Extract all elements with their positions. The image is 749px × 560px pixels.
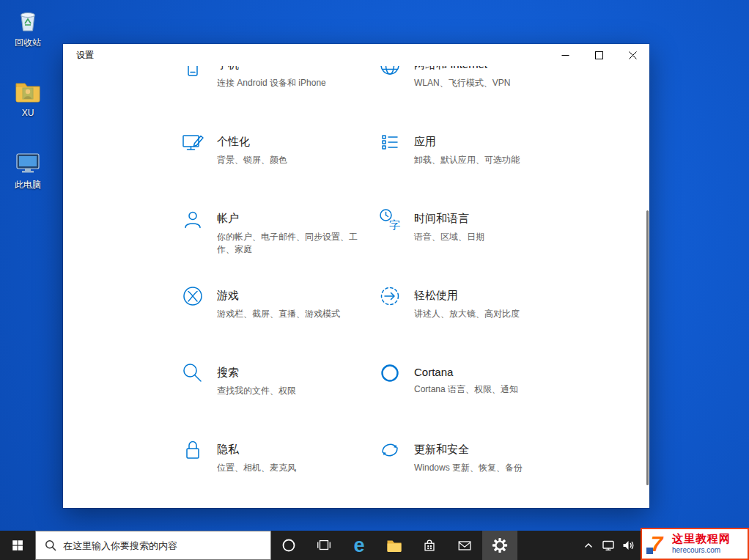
window-titlebar[interactable]: 设置 [63,44,649,66]
settings-category-personalization[interactable]: 个性化 背景、锁屏、颜色 [180,129,377,206]
window-controls [548,44,649,66]
store-button[interactable] [412,531,447,560]
watermark-text: 这里教程网 herecours.com [672,532,731,555]
settings-category-time-language[interactable]: 字 时间和语言 语音、区域、日期 [377,206,575,283]
category-subtitle: 位置、相机、麦克风 [217,462,361,474]
task-view-button[interactable] [306,531,342,560]
category-title: 时间和语言 [414,212,558,226]
search-icon [180,361,207,386]
category-title: 搜索 [217,366,361,380]
this-pc-icon [13,148,43,177]
mail-icon [457,537,473,553]
minimize-icon [561,51,569,59]
cortana-icon [281,538,296,553]
category-subtitle: Cortana 语言、权限、通知 [414,383,558,396]
category-subtitle: 查找我的文件、权限 [217,385,361,397]
category-title: 轻松使用 [414,289,558,303]
category-title: 手机 [217,66,361,72]
settings-window: 设置 [63,44,649,508]
close-icon [629,51,637,59]
settings-category-phone[interactable]: 手机 连接 Android 设备和 iPhone [180,66,377,129]
desktop-icon-label: 此电脑 [15,179,41,191]
update-security-icon [377,438,404,463]
task-view-icon [316,537,332,553]
window-title: 设置 [76,49,94,62]
minimize-button[interactable] [548,44,582,66]
settings-category-gaming[interactable]: 游戏 游戏栏、截屏、直播、游戏模式 [180,283,377,360]
category-subtitle: 背景、锁屏、颜色 [217,154,361,166]
mail-button[interactable] [447,531,482,560]
category-title: 网络和 Internet [414,66,558,72]
personalization-icon [180,130,207,155]
start-button[interactable] [0,531,35,560]
category-title: 游戏 [217,289,361,303]
edge-icon: e [353,536,364,556]
scrollbar-thumb[interactable] [646,210,649,485]
watermark-title: 这里教程网 [672,532,731,546]
category-subtitle: Windows 更新、恢复、备份 [414,462,558,474]
category-title: Cortana [414,366,558,378]
desktop-icon-label: 回收站 [15,37,41,49]
desktop: 回收站 XU 此电脑 设置 [0,0,749,560]
tray-chevron-button[interactable] [578,531,598,560]
gaming-xbox-icon [180,284,207,309]
category-title: 更新和安全 [414,443,558,457]
chevron-up-icon [583,540,594,550]
settings-category-update-security[interactable]: 更新和安全 Windows 更新、恢复、备份 [377,437,575,508]
settings-category-apps[interactable]: 应用 卸载、默认应用、可选功能 [377,129,575,206]
watermark: 7 这里教程网 herecours.com [641,528,749,560]
privacy-lock-icon [180,438,207,463]
tray-volume-button[interactable] [618,531,638,560]
file-explorer-button[interactable] [377,531,412,560]
gear-icon [492,537,508,553]
settings-category-search[interactable]: 搜索 查找我的文件、权限 [180,360,377,437]
svg-text:字: 字 [389,218,400,231]
desktop-icon-this-pc[interactable]: 此电脑 [6,148,50,191]
category-title: 帐户 [217,212,361,226]
category-subtitle: 你的帐户、电子邮件、同步设置、工作、家庭 [217,231,361,256]
speaker-icon [621,539,635,551]
settings-content: 手机 连接 Android 设备和 iPhone 网络和 Internet WL… [63,66,649,508]
desktop-icon-xu[interactable]: XU [6,77,50,118]
edge-button[interactable]: e [342,531,377,560]
store-icon [421,537,438,553]
windows-logo-icon [11,539,24,552]
user-folder-icon [13,77,43,106]
category-subtitle: WLAN、飞行模式、VPN [414,77,558,89]
accounts-icon [180,207,207,232]
category-subtitle: 游戏栏、截屏、直播、游戏模式 [217,308,361,320]
cortana-icon [377,361,404,386]
globe-icon [377,66,404,78]
apps-icon [377,130,404,155]
recycle-bin-icon [13,6,43,35]
ease-of-access-icon [377,284,404,309]
category-title: 个性化 [217,135,361,149]
settings-button[interactable] [482,531,517,560]
cortana-button[interactable] [271,531,306,560]
search-icon [45,539,56,551]
category-subtitle: 讲述人、放大镜、高对比度 [414,308,558,320]
settings-grid: 手机 连接 Android 设备和 iPhone 网络和 Internet WL… [180,66,649,508]
category-subtitle: 卸载、默认应用、可选功能 [414,154,558,166]
category-title: 应用 [414,135,558,149]
desktop-icon-recycle-bin[interactable]: 回收站 [6,6,50,49]
time-language-icon: 字 [377,207,404,232]
search-input[interactable] [63,531,270,559]
close-button[interactable] [616,44,649,66]
settings-category-accounts[interactable]: 帐户 你的帐户、电子邮件、同步设置、工作、家庭 [180,206,377,283]
tray-network-button[interactable] [598,531,618,560]
watermark-logo: 7 [645,531,668,556]
maximize-button[interactable] [582,44,616,66]
category-title: 隐私 [217,443,361,457]
category-subtitle: 连接 Android 设备和 iPhone [217,77,361,89]
folder-icon [385,537,403,554]
settings-category-cortana[interactable]: Cortana Cortana 语言、权限、通知 [377,360,575,437]
category-subtitle: 语音、区域、日期 [414,231,558,243]
settings-category-network[interactable]: 网络和 Internet WLAN、飞行模式、VPN [377,66,575,129]
settings-category-ease-of-access[interactable]: 轻松使用 讲述人、放大镜、高对比度 [377,283,575,360]
network-icon [601,539,616,552]
taskbar-search [35,531,271,560]
phone-icon [180,66,207,78]
settings-category-privacy[interactable]: 隐私 位置、相机、麦克风 [180,437,377,508]
desktop-icon-label: XU [22,108,34,118]
